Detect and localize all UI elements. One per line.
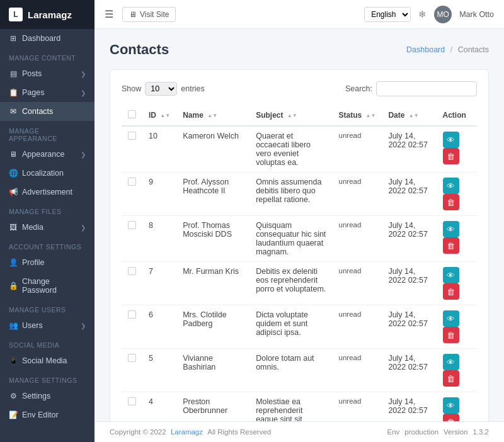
view-button[interactable]: 👁: [443, 178, 459, 194]
col-name: Name ▲▼: [176, 105, 249, 126]
hamburger-icon[interactable]: ☰: [105, 8, 113, 20]
row-checkbox[interactable]: [128, 221, 136, 229]
sidebar-item-label: Advertisement: [22, 188, 72, 196]
section-manage-content: Manage Content: [0, 48, 94, 64]
view-button[interactable]: 👁: [443, 221, 459, 237]
row-status: unread: [333, 216, 382, 262]
sort-icon[interactable]: ▲▼: [366, 113, 376, 118]
sidebar-item-localization[interactable]: 🌐 Localization: [0, 164, 94, 183]
sidebar-item-change-password[interactable]: 🔒 Change Password: [0, 272, 94, 300]
sidebar-item-pages[interactable]: 📋 Pages ❯: [0, 83, 94, 102]
sidebar-item-users[interactable]: 👥 Users ❯: [0, 316, 94, 335]
show-label: Show: [122, 84, 141, 93]
sort-icon[interactable]: ▲▼: [409, 113, 419, 118]
col-action: Action: [437, 105, 477, 126]
row-actions: 👁 🗑: [437, 173, 477, 216]
row-name: Prof. Alysson Heathcote II: [176, 173, 249, 216]
sidebar-item-profile[interactable]: 👤 Profile: [0, 253, 94, 272]
topbar-left: ☰ 🖥 Visit Site: [105, 7, 176, 22]
row-checkbox[interactable]: [128, 267, 136, 275]
row-status: unread: [333, 305, 382, 349]
row-date: July 14, 2022 02:57: [382, 126, 436, 173]
row-actions: 👁 🗑: [437, 262, 477, 305]
chevron-right-icon: ❯: [81, 322, 86, 329]
delete-row-button[interactable]: 🗑: [443, 194, 459, 210]
footer-app-name[interactable]: Laramagz: [171, 428, 203, 436]
sidebar-item-label: Appearance: [22, 150, 64, 159]
row-name: Prof. Thomas Mosciski DDS: [176, 216, 249, 262]
sidebar-item-advertisement[interactable]: 📢 Advertisement: [0, 183, 94, 201]
sidebar-item-env-editor[interactable]: 📝 Env Editor: [0, 405, 94, 424]
avatar[interactable]: MO: [434, 6, 452, 23]
row-checkbox[interactable]: [128, 397, 136, 405]
table-row: 4 Preston Oberbrunner Molestiae ea repre…: [122, 392, 477, 422]
contacts-table: ID ▲▼ Name ▲▼ Subject ▲▼ Status ▲▼ Date …: [122, 105, 477, 421]
sidebar-item-label: Profile: [22, 258, 44, 267]
row-checkbox[interactable]: [128, 310, 136, 319]
language-select[interactable]: English: [364, 7, 411, 22]
section-manage-users: Manage Users: [0, 300, 94, 316]
row-checkbox[interactable]: [128, 354, 136, 362]
delete-row-button[interactable]: 🗑: [443, 327, 459, 343]
sidebar-item-contacts[interactable]: ✉ Contacts: [0, 102, 94, 121]
search-input[interactable]: [376, 81, 477, 96]
localization-icon: 🌐: [9, 169, 18, 178]
entries-select[interactable]: 10 25 50 100: [145, 82, 177, 96]
row-actions: 👁 🗑: [437, 216, 477, 262]
row-checkbox[interactable]: [128, 178, 136, 186]
delete-row-button[interactable]: 🗑: [443, 414, 459, 421]
advertisement-icon: 📢: [9, 188, 18, 196]
sort-icon[interactable]: ▲▼: [207, 113, 217, 118]
delete-row-button[interactable]: 🗑: [443, 370, 459, 387]
view-button[interactable]: 👁: [443, 310, 459, 327]
sidebar-item-label: Dashboard: [22, 34, 60, 43]
table-row: 5 Vivianne Bashirian Dolore totam aut om…: [122, 349, 477, 392]
sidebar-item-label: Contacts: [22, 107, 53, 116]
col-id: ID ▲▼: [142, 105, 176, 126]
chevron-right-icon: ❯: [81, 151, 86, 158]
row-date: July 14, 2022 02:57: [382, 216, 436, 262]
select-all-checkbox[interactable]: [128, 110, 136, 118]
breadcrumb: Dashboard / Contacts: [406, 45, 489, 54]
footer-left: Copyright © 2022 Laramagz All Rights Res…: [110, 428, 271, 436]
profile-icon: 👤: [9, 258, 18, 267]
sort-icon[interactable]: ▲▼: [287, 113, 297, 118]
delete-row-button[interactable]: 🗑: [443, 283, 459, 300]
sidebar-item-label: Media: [22, 223, 43, 232]
row-id: 6: [142, 305, 176, 349]
col-subject: Subject ▲▼: [249, 105, 332, 126]
view-button[interactable]: 👁: [443, 267, 459, 283]
table-controls: Show 10 25 50 100 entries Search:: [122, 81, 477, 96]
sidebar-item-social-media[interactable]: 📱 Social Media: [0, 351, 94, 370]
social-media-icon: 📱: [9, 356, 18, 365]
snowflake-icon[interactable]: ❄: [418, 9, 427, 20]
sidebar-item-label: Pages: [22, 88, 44, 97]
breadcrumb-home[interactable]: Dashboard: [406, 45, 445, 54]
row-checkbox-cell: [122, 173, 142, 216]
view-button[interactable]: 👁: [443, 397, 459, 414]
row-subject: Dicta voluptate quidem et sunt adipisci …: [249, 305, 332, 349]
delete-row-button[interactable]: 🗑: [443, 148, 459, 164]
sidebar-item-media[interactable]: 🖼 Media ❯: [0, 218, 94, 237]
row-date: July 14, 2022 02:57: [382, 262, 436, 305]
sort-icon[interactable]: ▲▼: [160, 113, 170, 118]
row-checkbox[interactable]: [128, 132, 136, 140]
chevron-right-icon: ❯: [81, 71, 86, 77]
row-name: Mrs. Clotilde Padberg: [176, 305, 249, 349]
search-area: Search:: [345, 81, 477, 96]
view-button[interactable]: 👁: [443, 354, 459, 370]
sidebar-item-label: Social Media: [22, 356, 67, 365]
sidebar-item-posts[interactable]: ▤ Posts ❯: [0, 64, 94, 83]
sidebar-item-dashboard[interactable]: ⊞ Dashboard: [0, 29, 94, 48]
app-logo[interactable]: L Laramagz: [0, 0, 94, 29]
view-button[interactable]: 👁: [443, 132, 459, 148]
header-checkbox-cell: [122, 105, 142, 126]
row-id: 8: [142, 216, 176, 262]
delete-row-button[interactable]: 🗑: [443, 237, 459, 254]
sidebar-item-appearance[interactable]: 🖥 Appearance ❯: [0, 145, 94, 164]
table-row: 9 Prof. Alysson Heathcote II Omnis assum…: [122, 173, 477, 216]
sidebar-item-settings[interactable]: ⚙ Settings: [0, 387, 94, 405]
visit-site-button[interactable]: 🖥 Visit Site: [122, 7, 176, 22]
chevron-right-icon: ❯: [81, 224, 86, 231]
section-manage-appearance: Manage Appearance: [0, 121, 94, 145]
